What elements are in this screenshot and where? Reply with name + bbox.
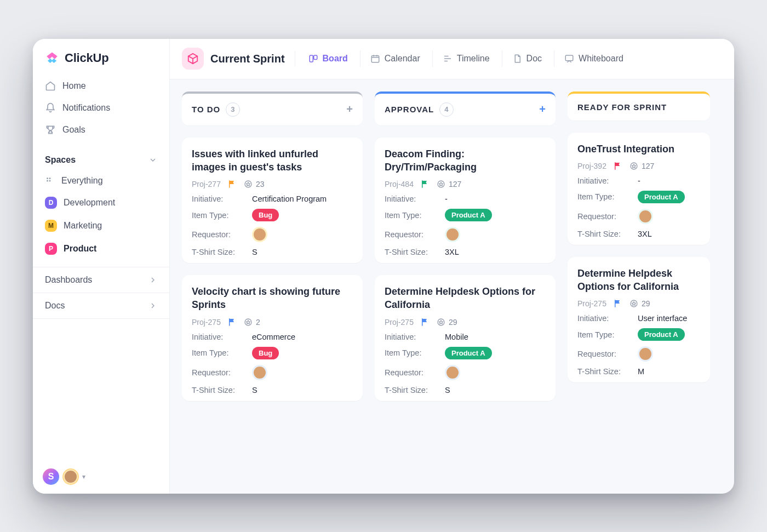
priority-flag-icon: [420, 179, 430, 189]
task-card[interactable]: Determine Helpdesk Options for Californi…: [568, 257, 710, 383]
project-code: Proj-484: [385, 180, 414, 188]
field-value-item-type: Product A: [638, 191, 700, 203]
add-card-button[interactable]: +: [539, 103, 546, 116]
tab-whiteboard[interactable]: Whiteboard: [554, 50, 626, 67]
calendar-icon: [370, 54, 380, 64]
field-value-requestor: [252, 227, 353, 242]
field-value-requestor: [638, 346, 700, 362]
priority-flag-icon: [613, 299, 623, 308]
divider: [295, 51, 295, 66]
field-label: Item Type:: [577, 192, 638, 201]
space-marketing[interactable]: M Marketing: [38, 214, 164, 237]
spaces-everything[interactable]: Everything: [38, 170, 164, 191]
field-value-item-type: Product A: [638, 328, 700, 341]
field-value-initiative: Mobile: [445, 333, 546, 341]
tab-calendar[interactable]: Calendar: [360, 50, 422, 67]
task-meta: Proj-275 29: [385, 317, 546, 327]
field-label: Requestor:: [192, 230, 252, 239]
column-header: TO DO3 +: [182, 91, 363, 125]
svg-point-2: [47, 180, 48, 181]
column-title: TO DO3: [192, 102, 240, 117]
field-value-initiative: Certification Program: [252, 195, 353, 203]
field-label: T-Shirt Size:: [577, 230, 638, 238]
field-label: Initiative:: [385, 333, 445, 341]
field-label: Requestor:: [577, 350, 638, 358]
svg-rect-5: [313, 55, 317, 60]
svg-point-0: [47, 178, 48, 179]
svg-point-1: [49, 178, 51, 179]
field-label: T-Shirt Size:: [577, 367, 638, 376]
tab-label: Timeline: [457, 54, 490, 64]
nav-home[interactable]: Home: [38, 75, 164, 97]
sidebar-dashboards[interactable]: Dashboards: [33, 267, 169, 293]
field-value-requestor: [638, 209, 700, 224]
task-card[interactable]: Velocity chart is showing future Sprints…: [182, 275, 363, 401]
sidebar-docs[interactable]: Docs: [33, 293, 169, 319]
tab-label: Board: [323, 54, 348, 64]
field-label: Item Type:: [192, 348, 252, 357]
tab-label: Whiteboard: [579, 54, 623, 64]
task-fields: Initiative: Mobile Item Type: Product A …: [385, 333, 546, 394]
space-development[interactable]: D Development: [38, 191, 164, 214]
sprint-points: 29: [629, 299, 650, 308]
brand-mark-icon: [45, 51, 59, 65]
task-fields: Initiative: - Item Type: Product A Reque…: [385, 195, 546, 256]
field-value-initiative: -: [445, 195, 546, 203]
doc-icon: [512, 54, 522, 64]
sprint-points: 2: [244, 318, 260, 327]
task-card[interactable]: Deacom Finding: Dry/Trim/Packaging Proj-…: [375, 138, 556, 264]
priority-flag-icon: [420, 317, 430, 327]
timeline-icon: [443, 54, 453, 64]
spaces-header[interactable]: Spaces: [33, 146, 169, 169]
field-value-requestor: [445, 365, 546, 380]
board[interactable]: TO DO3 + Issues with linked unfurled ima…: [170, 79, 734, 494]
field-label: Initiative:: [577, 176, 638, 185]
field-value-size: 3XL: [638, 230, 700, 238]
space-chip: M: [45, 220, 57, 232]
nav-goals[interactable]: Goals: [38, 119, 164, 141]
svg-rect-4: [310, 55, 313, 62]
field-value-size: S: [252, 386, 353, 394]
space-label: Product: [64, 244, 96, 254]
tab-doc[interactable]: Doc: [502, 50, 544, 67]
sidebar-docs-label: Docs: [45, 301, 65, 311]
space-product[interactable]: P Product: [38, 237, 164, 260]
nav-notifications[interactable]: Notifications: [38, 97, 164, 119]
task-title: Deacom Finding: Dry/Trim/Packaging: [385, 147, 546, 174]
space-label: Development: [64, 198, 115, 208]
task-card[interactable]: Issues with linked unfurled images in gu…: [182, 138, 363, 264]
field-value-requestor: [252, 365, 353, 380]
task-title: Determine Helpdesk Options for Californi…: [385, 285, 546, 312]
task-title: OneTrust Integration: [577, 142, 700, 156]
field-label: Item Type:: [192, 211, 252, 220]
add-card-button[interactable]: +: [346, 103, 353, 116]
task-card[interactable]: OneTrust Integration Proj-392 127 Initia…: [568, 133, 710, 245]
column-title: READY FOR SPRINT: [577, 102, 667, 112]
chevron-right-icon: [148, 276, 157, 284]
spaces-header-label: Spaces: [45, 155, 76, 165]
svg-rect-6: [371, 56, 379, 62]
priority-flag-icon: [613, 161, 623, 171]
field-value-item-type: Bug: [252, 209, 353, 221]
field-label: T-Shirt Size:: [192, 248, 252, 256]
field-label: Requestor:: [192, 368, 252, 377]
chevron-down-icon: [148, 156, 157, 164]
brand-logo[interactable]: ClickUp: [33, 39, 169, 73]
task-card[interactable]: Determine Helpdesk Options for Californi…: [375, 275, 556, 401]
tab-timeline[interactable]: Timeline: [432, 50, 492, 67]
field-value-size: 3XL: [445, 248, 546, 256]
project-code: Proj-392: [577, 162, 606, 170]
task-meta: Proj-392 127: [577, 161, 700, 171]
field-value-initiative: User interface: [638, 314, 700, 323]
profile-avatar-photo: [62, 468, 79, 485]
profile-switcher[interactable]: S ▾: [43, 468, 85, 485]
field-label: Requestor:: [577, 212, 638, 221]
project-code: Proj-275: [192, 318, 221, 327]
field-value-item-type: Product A: [445, 347, 546, 359]
tab-board[interactable]: Board: [308, 50, 350, 67]
grid-icon: [45, 176, 55, 186]
board-column-todo: TO DO3 + Issues with linked unfurled ima…: [182, 91, 363, 482]
project-code: Proj-277: [192, 180, 221, 188]
column-header: READY FOR SPRINT: [568, 91, 710, 121]
field-value-item-type: Product A: [445, 209, 546, 221]
